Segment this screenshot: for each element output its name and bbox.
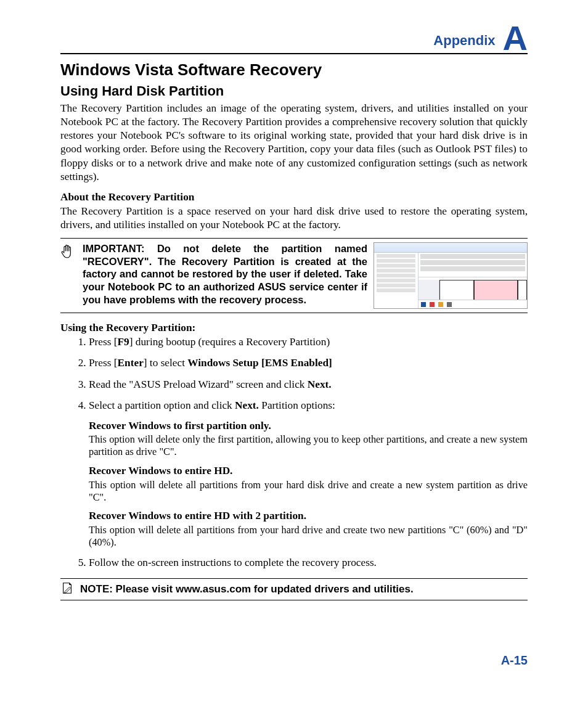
appendix-label: Appendix [433,33,495,49]
steps-list: Press [F9] during bootup (requires a Rec… [60,335,528,570]
section-subtitle: Using Hard Disk Partition [60,83,528,99]
step-1: Press [F9] during bootup (requires a Rec… [89,335,528,349]
appendix-letter: A [503,21,528,55]
header-rule: Appendix A [60,18,528,54]
option-1-head: Recover Windows to first partition only. [89,419,528,433]
important-text: IMPORTANT: Do not delete the partition n… [83,242,367,306]
option-1-body: This option will delete only the first p… [89,433,528,458]
steps-heading: Using the Recovery Partition: [60,322,528,334]
page-number: A-15 [501,653,528,668]
step-2: Press [Enter] to select Windows Setup [E… [89,356,528,370]
note-text: NOTE: Please visit www.asus.com for upda… [80,583,414,595]
option-3-head: Recover Windows to entire HD with 2 part… [89,509,528,523]
option-2-body: This option will delete all partitions f… [89,479,528,504]
about-heading: About the Recovery Partition [60,191,528,203]
note-icon [60,581,74,597]
step-3: Read the "ASUS Preload Wizard" screen an… [89,378,528,391]
step-5: Follow the on-screen instructions to com… [89,556,528,570]
important-callout: IMPORTANT: Do not delete the partition n… [60,238,528,313]
about-body: The Recovery Partition is a space reserv… [60,205,528,232]
step-4: Select a partition option and click Next… [89,399,528,548]
note-callout: NOTE: Please visit www.asus.com for upda… [60,578,528,600]
page-title: Windows Vista Software Recovery [60,60,528,80]
disk-management-screenshot [374,242,528,309]
hand-stop-icon [60,242,78,264]
intro-paragraph: The Recovery Partition includes an image… [60,102,528,184]
option-3-body: This option will delete all partitions f… [89,524,528,549]
option-2-head: Recover Windows to entire HD. [89,464,528,478]
